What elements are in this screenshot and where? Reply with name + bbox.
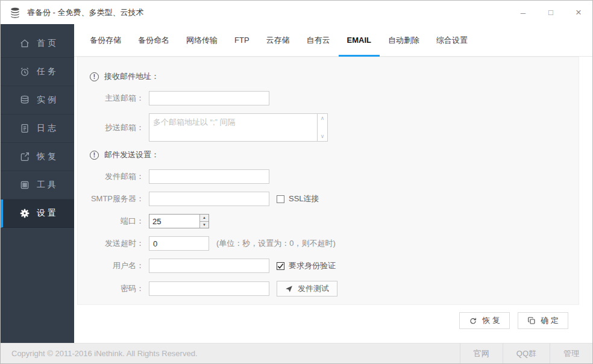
sidebar-item-logs[interactable]: 日 志 bbox=[1, 115, 74, 143]
tab-backup-naming[interactable]: 备份命名 bbox=[130, 24, 178, 56]
sidebar-item-tasks[interactable]: 任 务 bbox=[1, 58, 74, 86]
tab-auto-delete[interactable]: 自动删除 bbox=[380, 24, 428, 56]
from-email-input[interactable] bbox=[149, 169, 269, 184]
restore-share-icon bbox=[19, 151, 30, 163]
port-stepper: ▲ ▼ bbox=[149, 214, 209, 228]
to-email-row: 主送邮箱： bbox=[78, 91, 579, 105]
cc-email-label: 抄送邮箱： bbox=[78, 122, 149, 133]
main-content: 备份存储 备份命名 网络传输 FTP 云存储 自有云 EMAIL 自动删除 综合… bbox=[74, 24, 592, 343]
exclamation-circle-icon: ! bbox=[90, 151, 99, 160]
to-email-label: 主送邮箱： bbox=[78, 93, 149, 104]
sidebar-item-label: 日 志 bbox=[37, 123, 56, 134]
window-title: 睿备份 - 全免费、多类型、云技术 bbox=[27, 7, 144, 18]
footer-link-qq-group[interactable]: QQ群 bbox=[503, 344, 550, 363]
from-email-row: 发件邮箱： bbox=[78, 169, 579, 184]
home-icon bbox=[19, 38, 30, 49]
auth-checkbox-label: 要求身份验证 bbox=[289, 260, 336, 271]
cc-scroll-stepper[interactable]: ∧ ∨ bbox=[318, 113, 328, 142]
copyright-text: Copyright © 2011-2016 iNethink. All Righ… bbox=[1, 349, 198, 358]
app-window: 睿备份 - 全免费、多类型、云技术 – □ × 首 页 bbox=[0, 0, 593, 364]
tab-network-transfer[interactable]: 网络传输 bbox=[178, 24, 226, 56]
action-bar: 恢 复 确 定 bbox=[74, 312, 568, 329]
ssl-checkbox[interactable] bbox=[277, 195, 284, 203]
app-body: 首 页 任 务 实 例 bbox=[1, 24, 592, 343]
port-row: 端口： ▲ ▼ bbox=[78, 214, 579, 228]
gear-icon bbox=[19, 208, 30, 219]
restore-button[interactable]: 恢 复 bbox=[459, 312, 510, 329]
restore-label: 恢 复 bbox=[482, 315, 500, 326]
sidebar-item-tools[interactable]: 工 具 bbox=[1, 171, 74, 199]
footer-link-official-site[interactable]: 官网 bbox=[460, 344, 503, 363]
chevron-down-icon[interactable]: ∨ bbox=[321, 134, 325, 139]
confirm-button[interactable]: 确 定 bbox=[518, 312, 568, 329]
footer-links: 官网 QQ群 管理 bbox=[460, 344, 592, 363]
password-label: 密码： bbox=[78, 283, 149, 294]
confirm-label: 确 定 bbox=[541, 315, 559, 326]
sidebar-item-label: 实 例 bbox=[37, 95, 56, 105]
port-label: 端口： bbox=[78, 216, 149, 227]
send-test-label: 发件测试 bbox=[298, 283, 329, 294]
timeout-note: (单位：秒，设置为：0，则不超时) bbox=[216, 238, 336, 249]
timeout-row: 发送超时： (单位：秒，设置为：0，则不超时) bbox=[78, 236, 579, 251]
cc-email-textarea[interactable] bbox=[149, 113, 318, 142]
section-title: 接收邮件地址： bbox=[104, 71, 159, 82]
auth-checkbox-group[interactable]: 要求身份验证 bbox=[277, 260, 336, 271]
sidebar-item-label: 设 置 bbox=[37, 208, 56, 219]
send-settings-section-header: ! 邮件发送设置： bbox=[90, 149, 579, 160]
cc-email-field-group: ∧ ∨ bbox=[149, 113, 328, 142]
title-bar: 睿备份 - 全免费、多类型、云技术 – □ × bbox=[1, 1, 592, 24]
sidebar-item-label: 工 具 bbox=[37, 180, 56, 190]
confirm-copy-icon bbox=[527, 316, 536, 325]
ssl-checkbox-label: SSL连接 bbox=[289, 193, 319, 204]
tab-email[interactable]: EMAIL bbox=[339, 24, 380, 56]
tab-backup-storage[interactable]: 备份存储 bbox=[81, 24, 130, 56]
footer-link-admin[interactable]: 管理 bbox=[550, 344, 592, 363]
footer-bar: Copyright © 2011-2016 iNethink. All Righ… bbox=[1, 343, 592, 363]
sidebar-nav: 首 页 任 务 实 例 bbox=[1, 24, 74, 343]
database-icon bbox=[19, 95, 30, 106]
username-input[interactable] bbox=[149, 259, 269, 273]
username-row: 用户名： 要求身份验证 bbox=[78, 259, 579, 273]
sidebar-item-label: 任 务 bbox=[37, 66, 56, 77]
tab-cloud-storage[interactable]: 云存储 bbox=[258, 24, 298, 56]
maximize-button[interactable]: □ bbox=[537, 1, 565, 24]
window-controls: – □ × bbox=[509, 1, 592, 24]
paper-plane-icon bbox=[285, 285, 293, 293]
port-input[interactable] bbox=[149, 215, 199, 228]
timeout-label: 发送超时： bbox=[78, 238, 149, 249]
auth-checkbox[interactable] bbox=[277, 262, 284, 270]
from-email-label: 发件邮箱： bbox=[78, 171, 149, 182]
password-input[interactable] bbox=[149, 281, 269, 296]
minimize-button[interactable]: – bbox=[509, 1, 537, 24]
alarm-clock-icon bbox=[19, 66, 30, 78]
sidebar-item-instances[interactable]: 实 例 bbox=[1, 86, 74, 115]
spinner-up-icon[interactable]: ▲ bbox=[200, 215, 209, 222]
email-settings-panel: ! 接收邮件地址： 主送邮箱： 抄送邮箱： ∧ ∨ bbox=[77, 57, 579, 305]
smtp-server-label: SMTP服务器： bbox=[78, 193, 149, 204]
section-title: 邮件发送设置： bbox=[104, 149, 159, 160]
tab-ftp[interactable]: FTP bbox=[226, 24, 258, 56]
sidebar-item-settings[interactable]: 设 置 bbox=[1, 199, 74, 228]
receive-address-section-header: ! 接收邮件地址： bbox=[90, 71, 579, 82]
close-button[interactable]: × bbox=[565, 1, 592, 24]
to-email-input[interactable] bbox=[149, 91, 269, 105]
timeout-input[interactable] bbox=[149, 236, 209, 251]
ssl-checkbox-group[interactable]: SSL连接 bbox=[277, 193, 319, 204]
sidebar-item-label: 首 页 bbox=[37, 38, 56, 49]
port-spinner-buttons: ▲ ▼ bbox=[199, 215, 209, 228]
cc-email-row: 抄送邮箱： ∧ ∨ bbox=[78, 113, 579, 142]
exclamation-circle-icon: ! bbox=[90, 72, 99, 81]
app-logo-database-icon bbox=[8, 6, 22, 19]
chevron-up-icon[interactable]: ∧ bbox=[321, 116, 325, 121]
tab-own-cloud[interactable]: 自有云 bbox=[298, 24, 339, 56]
spinner-down-icon[interactable]: ▼ bbox=[200, 222, 209, 228]
sidebar-item-home[interactable]: 首 页 bbox=[1, 30, 74, 58]
smtp-server-input[interactable] bbox=[149, 192, 269, 206]
send-test-button[interactable]: 发件测试 bbox=[277, 281, 337, 297]
username-label: 用户名： bbox=[78, 260, 149, 271]
tab-general-settings[interactable]: 综合设置 bbox=[428, 24, 476, 56]
sidebar-item-label: 恢 复 bbox=[37, 151, 56, 162]
sidebar-item-restore[interactable]: 恢 复 bbox=[1, 143, 74, 171]
smtp-server-row: SMTP服务器： SSL连接 bbox=[78, 192, 579, 206]
settings-tab-bar: 备份存储 备份命名 网络传输 FTP 云存储 自有云 EMAIL 自动删除 综合… bbox=[74, 24, 592, 57]
